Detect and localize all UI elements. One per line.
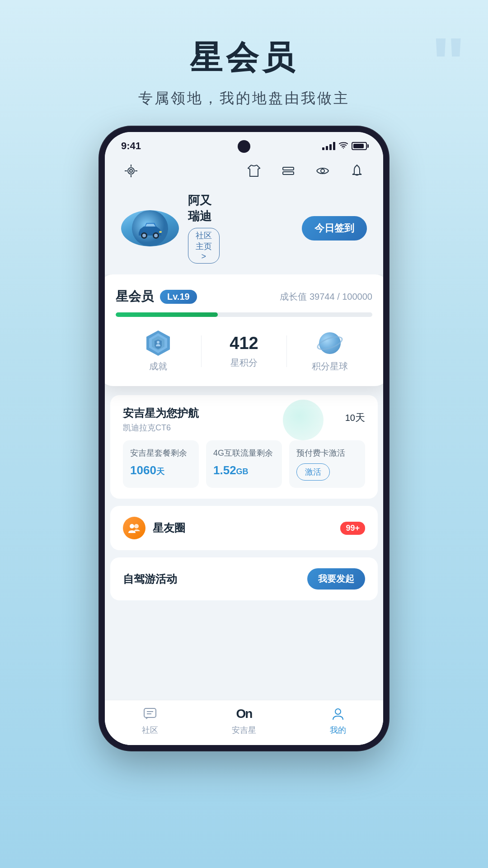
onstar-title: 安吉星为您护航 — [123, 406, 199, 420]
svg-point-1 — [128, 168, 134, 174]
svg-point-22 — [134, 524, 139, 528]
status-time: 9:41 — [121, 140, 141, 152]
points-stat[interactable]: 412 星积分 — [202, 334, 287, 369]
onstar-card: 安吉星为您护航 凯迪拉克CT6 10天 安吉星套餐剩余 — [110, 395, 378, 499]
profile-info: 阿又瑞迪 社区主页 > — [188, 193, 219, 264]
launch-activity-button[interactable]: 我要发起 — [307, 568, 365, 590]
sub-title: 专属领地，我的地盘由我做主 — [0, 89, 488, 108]
main-title: 星会员 — [0, 36, 488, 80]
onstar-header: 安吉星为您护航 凯迪拉克CT6 10天 — [123, 406, 365, 433]
community-homepage-button[interactable]: 社区主页 > — [188, 228, 219, 264]
data-value: 1.52GB — [213, 463, 275, 477]
profile-left: 阿又瑞迪 社区主页 > — [121, 193, 220, 264]
membership-title: 星会员 — [116, 288, 154, 305]
status-icons — [322, 142, 367, 151]
activate-service-item: 预付费卡激活 激活 — [289, 440, 365, 488]
stack-nav-icon[interactable] — [278, 161, 298, 181]
avatar-car-svg — [132, 210, 168, 246]
svg-point-20 — [157, 341, 160, 344]
profile-name: 阿又瑞迪 — [188, 193, 219, 224]
level-badge: Lv.19 — [160, 290, 197, 304]
svg-point-13 — [142, 234, 146, 237]
phone-screen: 9:41 — [105, 132, 383, 745]
profile-section: 阿又瑞迪 社区主页 > 今日签到 — [105, 188, 383, 274]
unread-badge: 99+ — [340, 522, 365, 535]
wifi-icon — [339, 142, 348, 151]
camera-notch — [238, 140, 250, 153]
right-nav-icons — [244, 161, 367, 181]
self-drive-title: 自驾游活动 — [123, 572, 177, 586]
planet-stat[interactable]: 积分星球 — [287, 330, 372, 373]
onstar-nav-label: 安吉星 — [232, 725, 256, 736]
card-header: 星会员 Lv.19 成长值 39744 / 100000 — [116, 288, 372, 305]
on-star-icon: On — [236, 706, 252, 722]
points-value: 412 — [230, 334, 258, 353]
avatar — [121, 210, 179, 246]
svg-rect-7 — [283, 167, 294, 170]
bottom-nav-onstar[interactable]: On 安吉星 — [232, 706, 256, 736]
header-area: 星会员 专属领地，我的地盘由我做主 — [0, 0, 488, 127]
card-title-area: 星会员 Lv.19 — [116, 288, 197, 305]
star-circle-card[interactable]: 星友圈 99+ — [110, 506, 378, 550]
membership-card: 星会员 Lv.19 成长值 39744 / 100000 — [105, 274, 383, 386]
shirt-nav-icon[interactable] — [244, 161, 264, 181]
onstar-remaining-days: 10天 — [345, 406, 365, 425]
data-service-item: 4G互联流量剩余 1.52GB — [206, 440, 282, 488]
achievement-stat[interactable]: 成就 — [116, 330, 201, 373]
bottom-nav-community[interactable]: 社区 — [142, 706, 158, 736]
settings-nav-icon[interactable] — [121, 161, 141, 181]
daily-sign-button[interactable]: 今日签到 — [302, 216, 367, 241]
growth-progress-bar — [116, 312, 372, 317]
stats-row: 成就 412 星积分 — [116, 330, 372, 373]
self-drive-card: 自驾游活动 我要发起 — [110, 557, 378, 600]
onstar-car-model: 凯迪拉克CT6 — [123, 422, 199, 433]
package-service-item: 安吉星套餐剩余 1060天 — [123, 440, 199, 488]
svg-point-9 — [321, 169, 324, 173]
points-label: 星积分 — [230, 357, 258, 369]
phone-frame: 9:41 — [99, 127, 389, 750]
bottom-nav-my[interactable]: 我的 — [330, 706, 346, 736]
svg-rect-23 — [144, 708, 156, 717]
growth-text: 成长值 39744 / 100000 — [280, 291, 372, 303]
service-area: 安吉星为您护航 凯迪拉克CT6 10天 安吉星套餐剩余 — [105, 386, 383, 609]
svg-point-15 — [154, 234, 158, 237]
planet-label: 积分星球 — [312, 360, 348, 373]
activate-button[interactable]: 激活 — [296, 463, 330, 481]
bell-nav-icon[interactable] — [347, 161, 367, 181]
days-unit: 天 — [355, 412, 365, 423]
svg-point-16 — [159, 231, 162, 233]
community-icon — [123, 517, 145, 539]
planet-icon — [316, 330, 343, 357]
person-icon — [330, 706, 346, 722]
activate-title: 预付费卡激活 — [296, 448, 358, 459]
svg-rect-8 — [283, 172, 294, 175]
community-nav-label: 社区 — [142, 725, 158, 736]
people-icon — [127, 521, 141, 535]
phone-mockup: 9:41 — [99, 127, 389, 760]
achievement-badge-icon — [145, 330, 172, 357]
progress-fill — [116, 312, 218, 317]
svg-point-2 — [130, 170, 132, 172]
data-title: 4G互联流量剩余 — [213, 448, 275, 459]
bottom-nav: 社区 On 安吉星 我的 — [105, 700, 383, 745]
star-circle-name: 星友圈 — [153, 521, 185, 535]
package-value: 1060天 — [130, 463, 192, 477]
onstar-title-group: 安吉星为您护航 凯迪拉克CT6 — [123, 406, 199, 433]
svg-point-0 — [343, 148, 344, 149]
top-nav — [105, 156, 383, 188]
scrollable-content: 星会员 Lv.19 成长值 39744 / 100000 — [105, 274, 383, 745]
teal-decoration — [283, 400, 324, 440]
service-items: 安吉星套餐剩余 1060天 4G互联流量剩余 1.52GB — [123, 440, 365, 488]
my-nav-label: 我的 — [330, 725, 346, 736]
signal-bars-icon — [322, 142, 335, 150]
battery-icon — [352, 142, 367, 150]
community-left: 星友圈 — [123, 517, 185, 539]
package-title: 安吉星套餐剩余 — [130, 448, 192, 459]
svg-point-21 — [130, 524, 134, 528]
achievement-label: 成就 — [149, 360, 167, 373]
chat-icon — [142, 706, 158, 722]
svg-point-27 — [335, 709, 341, 714]
eye-nav-icon[interactable] — [313, 161, 333, 181]
